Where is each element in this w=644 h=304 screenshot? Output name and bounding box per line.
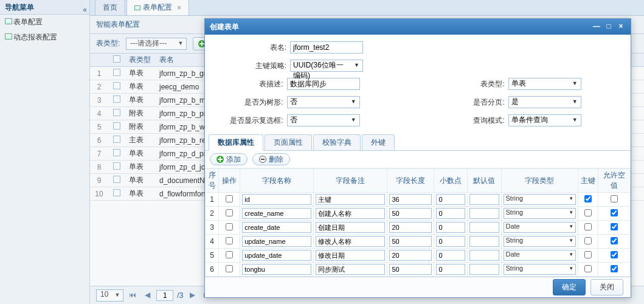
field-type-select[interactable]: Date xyxy=(504,222,576,233)
field-row: 3Date xyxy=(206,221,631,235)
nullable-checkbox[interactable] xyxy=(611,251,618,258)
label-query: 查询模式: xyxy=(403,116,508,126)
dh-pk: 主键 xyxy=(578,169,598,193)
nullable-checkbox[interactable] xyxy=(611,265,618,272)
row-op-checkbox[interactable] xyxy=(226,223,233,230)
add-field-button[interactable]: 添加 xyxy=(210,153,248,165)
inner-toolbar: 添加 删除 xyxy=(205,151,631,168)
pk-checkbox[interactable] xyxy=(584,265,592,272)
nullable-checkbox[interactable] xyxy=(611,237,618,244)
field-dec-input[interactable] xyxy=(436,236,465,247)
add-icon xyxy=(216,156,224,163)
field-name-input[interactable] xyxy=(242,208,311,219)
itab-fk[interactable]: 外键 xyxy=(362,134,395,150)
row-op-checkbox[interactable] xyxy=(226,265,233,272)
select-query-mode[interactable]: 单条件查询 xyxy=(508,114,581,126)
input-table-name[interactable] xyxy=(290,41,363,54)
field-name-input[interactable] xyxy=(242,250,311,261)
field-len-input[interactable] xyxy=(389,208,432,219)
pk-checkbox[interactable] xyxy=(584,237,592,244)
field-def-input[interactable] xyxy=(469,264,499,275)
field-dec-input[interactable] xyxy=(436,264,465,275)
field-def-input[interactable] xyxy=(469,250,499,261)
field-row: 4String xyxy=(206,235,631,249)
field-len-input[interactable] xyxy=(389,250,432,261)
field-name-input[interactable] xyxy=(242,222,311,233)
label-desc: 表描述: xyxy=(211,79,287,89)
select-is-paged[interactable]: 是 xyxy=(508,96,581,108)
field-type-select[interactable]: String xyxy=(504,264,576,275)
dh-len: 字段长度 xyxy=(387,169,434,193)
fields-table: 序号 操作 字段名称 字段备注 字段长度 小数点 默认值 字段类型 主键 允许空… xyxy=(205,168,631,277)
itab-db-props[interactable]: 数据库属性 xyxy=(209,134,263,151)
field-type-select[interactable]: String xyxy=(504,208,576,219)
field-len-input[interactable] xyxy=(389,236,432,247)
field-remark-input[interactable] xyxy=(316,250,385,261)
close-button[interactable]: 关闭 xyxy=(590,279,623,295)
close-modal-icon[interactable]: × xyxy=(616,22,626,31)
pk-checkbox[interactable] xyxy=(584,251,592,258)
field-remark-input[interactable] xyxy=(316,194,385,205)
row-op-checkbox[interactable] xyxy=(226,195,233,202)
field-def-input[interactable] xyxy=(469,222,499,233)
row-op-checkbox[interactable] xyxy=(226,251,233,258)
inner-tabs: 数据库属性 页面属性 校验字典 外键 xyxy=(205,134,631,151)
pk-checkbox[interactable] xyxy=(584,195,592,202)
dh-null: 允许空值 xyxy=(598,169,631,193)
minimize-icon[interactable]: — xyxy=(592,22,601,31)
field-len-input[interactable] xyxy=(389,264,432,275)
label-pk: 主键策略: xyxy=(211,61,290,71)
label-table-name: 表名: xyxy=(211,43,290,53)
form-area: 表名: 主键策略: UUID(36位唯一编码) 表描述: 表类型: 单表 是否为… xyxy=(205,35,631,133)
field-type-select[interactable]: Date xyxy=(504,250,576,261)
itab-valid-dict[interactable]: 校验字典 xyxy=(313,134,361,150)
select-is-tree[interactable]: 否 xyxy=(287,96,360,108)
ok-button[interactable]: 确定 xyxy=(553,279,586,295)
nullable-checkbox[interactable] xyxy=(611,195,618,202)
field-name-input[interactable] xyxy=(242,264,311,275)
pk-checkbox[interactable] xyxy=(584,209,592,216)
select-pk-strategy[interactable]: UUID(36位唯一编码) xyxy=(290,60,363,72)
field-remark-input[interactable] xyxy=(316,222,385,233)
field-row: 1String xyxy=(206,193,631,207)
dh-remark: 字段备注 xyxy=(314,169,387,193)
modal-title-text: 创建表单 xyxy=(210,22,239,32)
field-name-input[interactable] xyxy=(242,194,311,205)
row-op-checkbox[interactable] xyxy=(226,209,233,216)
dh-type: 字段类型 xyxy=(501,169,578,193)
field-row: 2String xyxy=(206,207,631,221)
field-def-input[interactable] xyxy=(469,236,499,247)
field-remark-input[interactable] xyxy=(316,208,385,219)
nullable-checkbox[interactable] xyxy=(611,223,618,230)
field-type-select[interactable]: String xyxy=(504,194,576,205)
field-remark-input[interactable] xyxy=(316,236,385,247)
field-dec-input[interactable] xyxy=(436,208,465,219)
field-def-input[interactable] xyxy=(469,194,499,205)
dh-name: 字段名称 xyxy=(240,169,314,193)
maximize-icon[interactable]: □ xyxy=(604,22,614,31)
dh-dec: 小数点 xyxy=(434,169,468,193)
itab-page-props[interactable]: 页面属性 xyxy=(265,134,312,150)
row-op-checkbox[interactable] xyxy=(226,237,233,244)
field-name-input[interactable] xyxy=(242,236,311,247)
field-dec-input[interactable] xyxy=(436,194,465,205)
dh-def: 默认值 xyxy=(468,169,501,193)
field-dec-input[interactable] xyxy=(436,222,465,233)
dh-seq: 序号 xyxy=(206,169,219,193)
delete-field-button[interactable]: 删除 xyxy=(252,153,290,165)
field-dec-input[interactable] xyxy=(436,250,465,261)
select-table-type[interactable]: 单表 xyxy=(508,78,581,90)
pk-checkbox[interactable] xyxy=(584,223,592,230)
delete-icon xyxy=(259,156,266,163)
field-def-input[interactable] xyxy=(469,208,499,219)
modal-titlebar[interactable]: 创建表单 — □ × xyxy=(205,19,631,35)
label-tree: 是否为树形: xyxy=(211,97,287,108)
create-form-modal: 创建表单 — □ × 表名: 主键策略: UUID(36位唯一编码) 表描述: … xyxy=(204,18,631,298)
field-len-input[interactable] xyxy=(389,222,432,233)
label-paged: 是否分页: xyxy=(403,97,508,108)
field-type-select[interactable]: String xyxy=(504,236,576,247)
select-show-checkbox[interactable]: 否 xyxy=(287,114,360,126)
field-remark-input[interactable] xyxy=(316,264,385,275)
nullable-checkbox[interactable] xyxy=(611,209,618,216)
field-len-input[interactable] xyxy=(389,194,432,205)
